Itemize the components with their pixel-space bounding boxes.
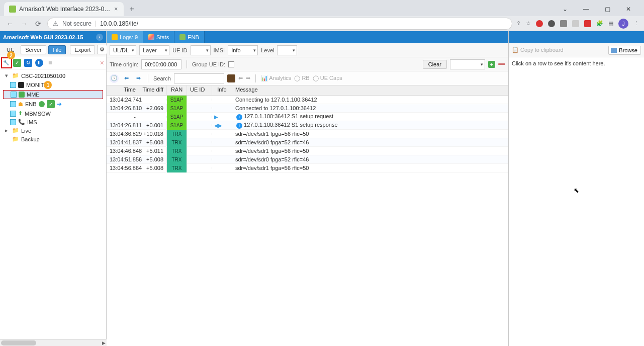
rb-button[interactable]: ◯ RB	[294, 75, 309, 81]
new-tab-button[interactable]: +	[126, 3, 138, 15]
chevron-down-icon[interactable]: ⌄	[557, 3, 574, 15]
log-row[interactable]: 13:04:41.837+5.008TRXsdr=/dev/sdr0 fpga=…	[107, 138, 508, 147]
ext-icon[interactable]	[584, 20, 591, 27]
group-ueid-checkbox[interactable]	[228, 61, 234, 67]
search-input[interactable]	[174, 73, 224, 83]
tree-item-label: MME	[27, 92, 40, 98]
scroll-thumb[interactable]	[1, 340, 36, 345]
kebab-menu-icon[interactable]: ⋮	[633, 20, 639, 27]
ext-icon[interactable]	[560, 20, 567, 27]
reload-button[interactable]: ⟳	[33, 20, 43, 28]
log-row[interactable]: 13:04:24.741S1APConnecting to 127.0.1.10…	[107, 96, 508, 104]
next-result-icon[interactable]: ➡	[246, 75, 250, 81]
close-icon[interactable]: ×	[100, 59, 104, 67]
tree-item-backup[interactable]: ▸📁 Backup	[3, 135, 103, 143]
component-icon	[10, 82, 16, 88]
log-row[interactable]: 13:04:51.856+5.008TRXsdr=/dev/sdr0 fpga=…	[107, 155, 508, 164]
col-header-message[interactable]: Message	[232, 85, 508, 95]
filter-info-select[interactable]: Info	[228, 45, 258, 55]
col-header-timediff[interactable]: Time diff	[139, 85, 167, 95]
arrow-right-icon[interactable]: ➡	[134, 74, 143, 83]
gear-icon[interactable]: ⚙	[97, 45, 107, 54]
wrench-icon[interactable]: 🔧	[2, 59, 10, 67]
ue-caps-button[interactable]: ◯ UE Caps	[313, 75, 342, 81]
filter-extra-select[interactable]	[450, 59, 485, 69]
ext-icon[interactable]	[548, 20, 555, 27]
browse-label: Browse	[619, 47, 637, 53]
cell-info: ▶	[212, 114, 232, 120]
export-button[interactable]: Export	[70, 45, 95, 54]
back-button[interactable]: ←	[5, 20, 15, 28]
profile-avatar[interactable]: J	[618, 19, 628, 29]
filter-level-select[interactable]	[277, 45, 297, 55]
copy-label: Copy to clipboard	[520, 47, 564, 53]
browse-button[interactable]: Browse	[608, 46, 641, 55]
tabs-icon[interactable]: ▤	[608, 20, 613, 27]
tab-enb[interactable]: ENB	[174, 31, 205, 43]
tree-item-live[interactable]: ▸📁 Live	[3, 126, 103, 135]
address-bar[interactable]: ⚠ Not secure 10.0.0.185/lte/	[47, 18, 512, 30]
log-row[interactable]: -S1AP▶i 127.0.1.100:36412 S1 setup reque…	[107, 113, 508, 121]
ext-icon[interactable]	[536, 20, 543, 27]
share-icon[interactable]: ⇪	[516, 20, 521, 27]
col-header-time[interactable]: Time	[107, 85, 139, 95]
minimize-button[interactable]: —	[578, 3, 595, 15]
clear-button[interactable]: Clear	[423, 60, 447, 69]
forward-button[interactable]: →	[19, 20, 29, 28]
time-origin-label: Time origin:	[110, 61, 138, 67]
cell-ueid	[187, 116, 212, 118]
check-icon: ✓	[47, 100, 55, 108]
col-header-ran[interactable]: RAN	[167, 85, 187, 95]
filter-uldl-select[interactable]: UL/DL	[110, 45, 136, 55]
close-window-button[interactable]: ✕	[620, 3, 637, 15]
stop-icon[interactable]: ⏹	[46, 59, 54, 67]
log-row[interactable]: 13:04:26.810+2.069S1APConnected to 127.0…	[107, 104, 508, 113]
tab-server[interactable]: Server	[21, 45, 46, 54]
tree-root[interactable]: ▾📁 CBC-2021050100	[3, 71, 103, 80]
refresh-icon[interactable]: ↻	[24, 59, 32, 67]
file-tree: ▾📁 CBC-2021050100 MONIT 1 MME ☗ ENB ✓ ➜	[0, 69, 106, 346]
browser-tab[interactable]: Amarisoft Web Interface 2023-0… ×	[4, 2, 124, 16]
binoculars-icon[interactable]	[227, 74, 235, 82]
star-icon[interactable]: ☆	[526, 20, 531, 27]
log-row[interactable]: 13:04:26.811+0.001S1AP◀▶i 127.0.1.100:36…	[107, 121, 508, 130]
tab-stats[interactable]: Stats	[143, 31, 174, 43]
col-header-info[interactable]: Info	[212, 85, 232, 95]
tab-logs[interactable]: Logs: 9	[107, 31, 143, 43]
folder-icon	[611, 48, 617, 53]
analytics-button[interactable]: 📊 Analytics	[261, 75, 291, 81]
filter-layer-select[interactable]: Layer	[139, 45, 169, 55]
remove-filter-icon[interactable]	[498, 63, 505, 65]
time-origin-input[interactable]	[141, 59, 181, 69]
log-row[interactable]: 13:04:36.829+10.018TRXsdr=/dev/sdr1 fpga…	[107, 130, 508, 138]
app-title: Amarisoft Web GUI 2023-02-15	[3, 34, 83, 40]
prev-result-icon[interactable]: ⬅	[238, 75, 243, 81]
check-icon[interactable]: ✓	[13, 59, 21, 67]
col-header-ueid[interactable]: UE ID	[187, 85, 212, 95]
log-row[interactable]: 13:04:56.864+5.008TRXsdr=/dev/sdr1 fpga=…	[107, 164, 508, 172]
tree-item-ims[interactable]: 📞 IMS	[3, 118, 103, 126]
collapse-left-panel-icon[interactable]: ‹	[96, 34, 103, 41]
arrow-left-icon[interactable]: ⬅	[122, 74, 131, 83]
ext-icon[interactable]	[572, 20, 579, 27]
tree-item-monit[interactable]: MONIT 1	[3, 80, 103, 90]
add-filter-icon[interactable]: +	[488, 61, 495, 68]
tree-item-mbmsgw[interactable]: ⬆ MBMSGW	[3, 109, 103, 118]
scroll-right-arrow-icon[interactable]: ▶	[102, 340, 106, 345]
pause-icon[interactable]: ⏸	[35, 59, 43, 67]
cell-time: 13:04:56.864	[107, 164, 139, 172]
log-row[interactable]: 13:04:46.848+5.011TRXsdr=/dev/sdr1 fpga=…	[107, 147, 508, 155]
cell-time: 13:04:51.856	[107, 155, 139, 163]
rb-label: RB	[302, 75, 309, 81]
tree-item-mme[interactable]: MME	[3, 90, 103, 99]
info-icon: i	[236, 123, 242, 129]
puzzle-icon[interactable]: 🧩	[596, 20, 603, 27]
close-tab-icon[interactable]: ×	[113, 6, 119, 13]
horizontal-scrollbar[interactable]: ▶	[0, 339, 107, 346]
tab-file[interactable]: File	[48, 45, 66, 54]
clock-icon[interactable]: 🕓	[110, 74, 119, 83]
filter-ueid-select[interactable]	[191, 45, 211, 55]
tree-item-enb[interactable]: ☗ ENB ✓ ➜	[3, 99, 103, 109]
maximize-button[interactable]: ▢	[599, 3, 616, 15]
copy-clipboard-button[interactable]: 📋 Copy to clipboard	[512, 47, 564, 53]
